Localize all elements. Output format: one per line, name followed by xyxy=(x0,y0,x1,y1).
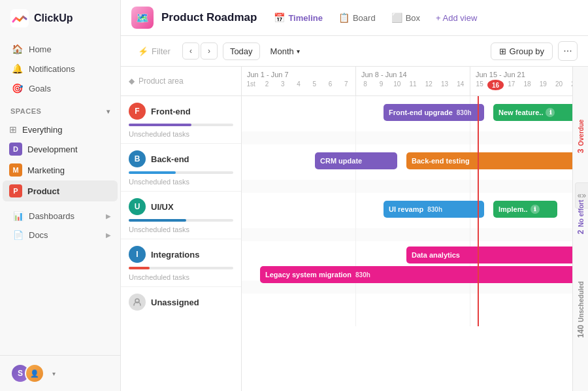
top-bar: 🗺️ Product Roadmap 📅 Timeline 📋 Board ⬜ … xyxy=(121,0,588,36)
uiux-unscheduled: Unscheduled tasks xyxy=(121,224,241,239)
sidebar: ClickUp 🏠 Home 🔔 Notifications 🎯 Goals S… xyxy=(0,0,121,391)
integrations-avatar: I xyxy=(129,246,146,263)
task-hours: 830h xyxy=(457,109,472,116)
task-ui-revamp[interactable]: UI revamp 830h xyxy=(384,201,484,218)
unscheduled-indicator[interactable]: 140 Unscheduled xyxy=(576,281,585,338)
uiux-name: UI/UX xyxy=(151,202,174,212)
sidebar-sections: 📊 Dashboards ▶ 📄 Docs ▶ xyxy=(0,207,120,245)
marketing-avatar: M xyxy=(9,163,22,177)
row-labels: ◆ Product area F Front-end Unscheduled t… xyxy=(121,67,242,391)
docs-chevron: ▶ xyxy=(106,231,111,239)
label-row-frontend: F Front-end Unscheduled tasks xyxy=(121,96,241,144)
board-tab-icon: 📋 xyxy=(338,12,350,23)
sidebar-item-marketing[interactable]: M Marketing xyxy=(3,160,118,180)
task-label: Implem.. xyxy=(498,205,528,213)
week3-days: 15 16 17 18 19 20 21 xyxy=(470,80,572,90)
noeffort-label: No effort xyxy=(577,200,584,228)
task-label: Front-end upgrade xyxy=(389,109,453,116)
task-new-feature[interactable]: New feature.. ℹ xyxy=(493,104,572,121)
dashboards-label: Dashboards xyxy=(29,211,74,221)
task-backend-testing[interactable]: Back-end testing xyxy=(406,152,572,169)
dashboards-chevron: ▶ xyxy=(106,212,111,220)
home-icon: 🏠 xyxy=(12,44,22,54)
sidebar-item-notifications[interactable]: 🔔 Notifications xyxy=(5,59,115,78)
prev-arrow[interactable]: ‹ xyxy=(182,42,199,60)
task-data-analytics[interactable]: Data analytics xyxy=(406,246,572,264)
sidebar-nav: 🏠 Home 🔔 Notifications 🎯 Goals xyxy=(0,37,120,101)
today-button[interactable]: Today xyxy=(223,42,260,60)
label-row-integrations: I Integrations Unscheduled tasks xyxy=(121,239,241,287)
task-implement[interactable]: Implem.. ℹ xyxy=(493,201,557,218)
notifications-label: Notifications xyxy=(29,64,75,74)
spaces-header: Spaces ▾ xyxy=(0,101,120,118)
user-avatars[interactable]: S 👤 xyxy=(10,364,44,383)
toolbar: ⚡ Filter ‹ › Today Month ▾ ⊞ Group by ··… xyxy=(121,36,588,67)
docs-icon: 📄 xyxy=(13,230,24,240)
sidebar-item-development[interactable]: D Development xyxy=(3,139,118,160)
week1-days: 1st 2 3 4 5 6 7 xyxy=(242,80,355,88)
task-frontend-upgrade[interactable]: Front-end upgrade 830h xyxy=(384,104,484,121)
spaces-chevron[interactable]: ▾ xyxy=(106,108,110,115)
more-options-button[interactable]: ··· xyxy=(558,41,578,61)
product-avatar: P xyxy=(9,184,22,197)
sidebar-item-dashboards[interactable]: 📊 Dashboards ▶ xyxy=(3,207,118,226)
label-row-uiux: U UI/UX Unscheduled tasks xyxy=(121,192,241,239)
task-label: New feature.. xyxy=(498,109,543,116)
backend-name: Back-end xyxy=(151,154,189,164)
everything-label: Everything xyxy=(22,125,62,135)
task-label: Data analytics xyxy=(412,251,460,259)
uiux-avatar: U xyxy=(129,198,146,215)
home-label: Home xyxy=(29,44,52,54)
development-label: Development xyxy=(27,144,78,154)
bell-icon: 🔔 xyxy=(12,63,22,74)
frontend-avatar: F xyxy=(129,103,146,120)
label-row-backend: B Back-end Unscheduled tasks xyxy=(121,144,241,192)
sidebar-item-docs[interactable]: 📄 Docs ▶ xyxy=(3,226,118,245)
month-chevron: ▾ xyxy=(297,48,300,55)
clickup-logo-icon xyxy=(10,9,29,27)
project-icon-wrap: 🗺️ xyxy=(131,7,154,29)
sidebar-bottom: S 👤 ▾ xyxy=(0,355,120,391)
group-by-label: Group by xyxy=(510,46,544,56)
task-label: CRM update xyxy=(320,157,362,165)
sidebar-item-goals[interactable]: 🎯 Goals xyxy=(5,78,115,98)
tab-board[interactable]: 📋 Board xyxy=(332,9,382,26)
filter-button[interactable]: ⚡ Filter xyxy=(131,43,177,60)
week-jun1: Jun 1 - Jun 7 1st 2 3 4 5 6 7 xyxy=(242,67,356,95)
sidebar-item-home[interactable]: 🏠 Home xyxy=(5,39,115,59)
week1-label: Jun 1 - Jun 7 xyxy=(242,67,355,80)
task-hours: 830h xyxy=(427,206,442,213)
next-arrow[interactable]: › xyxy=(201,42,218,60)
right-sidebar: «» 3 Overdue 2 No effort 140 Unscheduled xyxy=(572,67,588,391)
product-label: Product xyxy=(27,186,59,196)
grid-row-frontend: Front-end upgrade 830h New feature.. ℹ xyxy=(242,96,572,144)
user-menu-chevron[interactable]: ▾ xyxy=(52,370,56,377)
timeline-area: ◆ Product area F Front-end Unscheduled t… xyxy=(121,67,588,391)
week2-days: 8 9 10 11 12 13 14 xyxy=(356,80,470,88)
task-legacy-migration[interactable]: Legacy system migration 830h xyxy=(260,266,572,283)
add-view-button[interactable]: + Add view xyxy=(429,10,483,26)
overdue-indicator[interactable]: 3 Overdue xyxy=(576,120,585,153)
timeline-tab-label: Timeline xyxy=(288,13,323,23)
goals-icon: 🎯 xyxy=(12,83,22,94)
month-selector[interactable]: Month ▾ xyxy=(265,43,305,60)
filter-label: Filter xyxy=(152,46,171,56)
month-label: Month xyxy=(270,46,294,56)
group-by-button[interactable]: ⊞ Group by xyxy=(491,42,553,60)
task-crm-update[interactable]: CRM update xyxy=(315,152,397,169)
box-tab-icon: ⬜ xyxy=(391,12,402,23)
frontend-name: Front-end xyxy=(151,107,191,116)
week3-label: Jun 15 - Jun 21 xyxy=(470,67,572,80)
unassigned-name: Unassigned xyxy=(151,298,199,307)
tab-box[interactable]: ⬜ Box xyxy=(385,9,427,26)
integrations-unscheduled: Unscheduled tasks xyxy=(121,272,241,286)
marketing-label: Marketing xyxy=(27,165,65,175)
tab-timeline[interactable]: 📅 Timeline xyxy=(267,9,329,26)
no-effort-indicator[interactable]: 2 No effort xyxy=(576,200,585,234)
spaces-list: ⊞ Everything D Development M Marketing P… xyxy=(0,120,120,201)
task-label: UI revamp xyxy=(389,205,423,213)
sidebar-item-everything[interactable]: ⊞ Everything xyxy=(3,120,118,139)
add-view-label: + Add view xyxy=(436,13,477,23)
sidebar-item-product[interactable]: P Product xyxy=(3,180,118,201)
task-label: Legacy system migration xyxy=(265,271,351,279)
